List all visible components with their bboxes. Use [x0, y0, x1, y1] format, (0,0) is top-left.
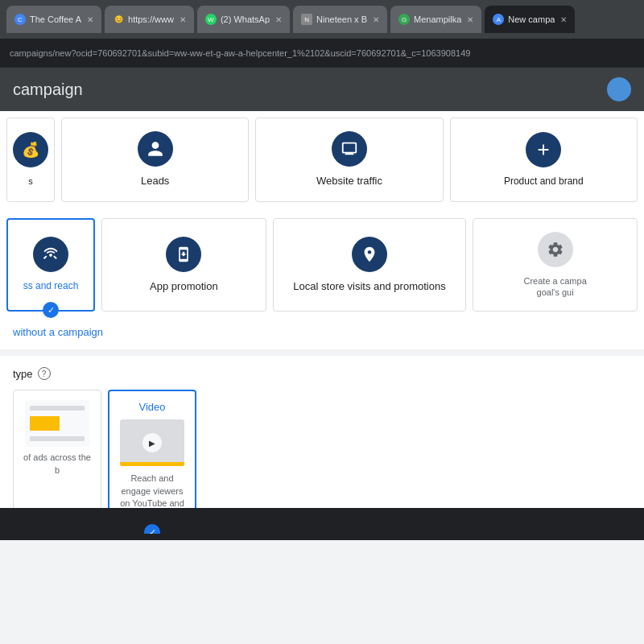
play-button-icon: ▶ — [142, 433, 162, 452]
local-store-icon — [352, 237, 387, 272]
local-store-label: Local store visits and promotions — [293, 280, 445, 294]
main-content: 💰 s Leads Website traffic Product — [0, 111, 644, 540]
goal-cards-row1: 💰 s Leads Website traffic Product — [0, 111, 644, 208]
without-goal-text: without a campaign — [13, 326, 103, 338]
tab-favicon-new-campaign: A — [493, 14, 504, 25]
card-product-brand[interactable]: Product and brand — [450, 118, 638, 202]
tab-new-campaign[interactable]: A New campa ✕ — [485, 6, 575, 33]
card-website-traffic[interactable]: Website traffic — [255, 118, 443, 202]
tab-label-www: https://www — [128, 14, 174, 24]
tab-close-new-campaign[interactable]: ✕ — [560, 15, 567, 24]
card-create-without-goal[interactable]: Create a campagoal's gui — [473, 218, 638, 312]
card-app-promotion[interactable]: App promotion — [101, 218, 266, 312]
address-text: campaigns/new?ocid=760692701&subid=ww-ww… — [10, 48, 470, 58]
product-brand-icon — [526, 132, 561, 167]
website-traffic-label: Website traffic — [316, 175, 382, 188]
tab-favicon-coffee: C — [14, 14, 26, 25]
video-card-label: Video — [138, 401, 165, 413]
tab-close-whatsapp[interactable]: ✕ — [275, 15, 282, 24]
tab-close-www[interactable]: ✕ — [180, 15, 186, 24]
display-card-desc: of ads across the b — [20, 452, 94, 477]
help-icon[interactable]: ? — [38, 367, 51, 380]
type-label-text: type — [13, 368, 33, 380]
display-bar-1 — [30, 406, 85, 411]
create-without-goal-label: Create a campagoal's gui — [523, 275, 586, 299]
gear-icon — [538, 232, 573, 267]
product-brand-label: Product and brand — [504, 175, 584, 188]
page-header: campaign — [0, 68, 644, 111]
app-promotion-label: App promotion — [150, 280, 218, 294]
tab-close-nineteen[interactable]: ✕ — [373, 15, 379, 24]
leads-icon — [138, 131, 173, 167]
tab-label-whatsapp: (2) WhatsAp — [221, 14, 270, 24]
website-traffic-icon — [332, 131, 367, 167]
awareness-icon — [33, 237, 68, 272]
card-sales[interactable]: 💰 s — [6, 118, 55, 202]
tab-label-nineteen: Nineteen x B — [316, 14, 367, 24]
tab-favicon-www: 😊 — [113, 14, 124, 25]
display-bar-orange — [30, 416, 60, 431]
page-title: campaign — [13, 80, 83, 99]
without-goal-link[interactable]: without a campaign — [0, 318, 644, 349]
video-card-preview: ▶ — [120, 419, 184, 466]
tab-label-coffee: The Coffee A — [30, 14, 81, 24]
tab-menampilka[interactable]: G Menampilka ✕ — [390, 6, 481, 33]
tab-label-menampilka: Menampilka — [414, 14, 461, 24]
tab-favicon-nineteen: N — [301, 14, 312, 25]
sales-label: s — [28, 175, 33, 187]
tab-close-menampilka[interactable]: ✕ — [467, 15, 473, 24]
goal-cards-row2: ✓ ss and reach App promotion Local store… — [0, 208, 644, 319]
tab-whatsapp[interactable]: W (2) WhatsAp ✕ — [197, 6, 290, 33]
type-label: type ? — [13, 367, 638, 380]
card-leads[interactable]: Leads — [61, 118, 249, 202]
card-awareness[interactable]: ✓ ss and reach — [6, 218, 95, 312]
tab-coffee[interactable]: C The Coffee A ✕ — [6, 6, 101, 33]
awareness-label: ss and reach — [23, 280, 79, 293]
video-yellow-bar — [120, 462, 184, 466]
address-bar[interactable]: campaigns/new?ocid=760692701&subid=ww-ww… — [0, 39, 644, 68]
tab-close-coffee[interactable]: ✕ — [87, 15, 93, 24]
section-divider — [0, 349, 644, 356]
app-promotion-icon — [166, 237, 201, 272]
display-bar-2 — [30, 436, 85, 441]
tab-nineteen[interactable]: N Nineteen x B ✕ — [293, 6, 387, 33]
display-card-preview — [25, 400, 89, 447]
tab-label-new-campaign: New campa — [508, 14, 555, 24]
sales-icon: 💰 — [13, 132, 48, 167]
bottom-bar — [0, 508, 644, 540]
browser-tabs-bar: C The Coffee A ✕ 😊 https://www ✕ W (2) W… — [0, 0, 644, 39]
tab-favicon-menampilka: G — [398, 14, 410, 25]
tab-www[interactable]: 😊 https://www ✕ — [105, 6, 194, 33]
tab-favicon-whatsapp: W — [205, 14, 217, 25]
card-local-store[interactable]: Local store visits and promotions — [273, 218, 467, 312]
awareness-check: ✓ — [43, 302, 59, 318]
leads-label: Leads — [141, 175, 169, 188]
user-avatar[interactable] — [607, 77, 631, 101]
